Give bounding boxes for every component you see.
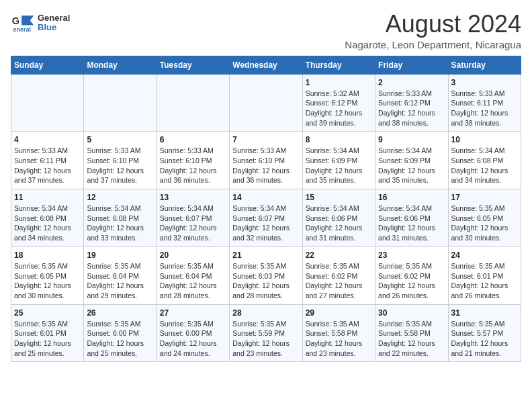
day-number: 12 <box>87 193 153 202</box>
day-info: Sunrise: 5:35 AMSunset: 6:05 PMDaylight:… <box>14 261 81 301</box>
svg-text:G: G <box>12 15 19 26</box>
calendar-cell: 26Sunrise: 5:35 AMSunset: 6:00 PMDayligh… <box>84 304 157 362</box>
weekday-header-tuesday: Tuesday <box>157 56 229 74</box>
calendar-cell: 12Sunrise: 5:34 AMSunset: 6:08 PMDayligh… <box>84 189 157 247</box>
day-number: 21 <box>232 250 299 260</box>
day-info: Sunrise: 5:33 AMSunset: 6:12 PMDaylight:… <box>378 89 445 128</box>
day-info: Sunrise: 5:35 AMSunset: 6:03 PMDaylight:… <box>232 261 299 301</box>
calendar-cell: 3Sunrise: 5:33 AMSunset: 6:11 PMDaylight… <box>448 74 521 132</box>
day-number: 17 <box>451 193 518 202</box>
calendar-cell: 21Sunrise: 5:35 AMSunset: 6:03 PMDayligh… <box>230 246 302 304</box>
calendar-cell <box>84 74 157 132</box>
day-info: Sunrise: 5:33 AMSunset: 6:10 PMDaylight:… <box>87 146 153 185</box>
calendar-cell: 30Sunrise: 5:35 AMSunset: 5:58 PMDayligh… <box>375 304 448 362</box>
day-number: 20 <box>160 250 226 260</box>
day-info: Sunrise: 5:34 AMSunset: 6:06 PMDaylight:… <box>306 203 372 243</box>
calendar-body: 1Sunrise: 5:32 AMSunset: 6:12 PMDaylight… <box>11 74 521 362</box>
day-info: Sunrise: 5:33 AMSunset: 6:10 PMDaylight:… <box>232 146 299 185</box>
weekday-header-friday: Friday <box>375 56 448 74</box>
day-info: Sunrise: 5:35 AMSunset: 6:00 PMDaylight:… <box>160 319 226 359</box>
day-number: 5 <box>87 135 153 144</box>
day-number: 22 <box>306 250 372 260</box>
day-number: 25 <box>14 308 81 318</box>
day-number: 14 <box>232 193 299 202</box>
day-number: 31 <box>451 308 518 318</box>
weekday-header-sunday: Sunday <box>11 56 84 74</box>
day-number: 9 <box>378 135 445 144</box>
day-info: Sunrise: 5:34 AMSunset: 6:09 PMDaylight:… <box>306 146 372 185</box>
day-number: 18 <box>14 250 81 260</box>
day-info: Sunrise: 5:34 AMSunset: 6:08 PMDaylight:… <box>14 203 81 243</box>
calendar-cell: 23Sunrise: 5:35 AMSunset: 6:02 PMDayligh… <box>375 246 448 304</box>
day-number: 23 <box>378 250 445 260</box>
day-info: Sunrise: 5:34 AMSunset: 6:06 PMDaylight:… <box>378 203 445 243</box>
calendar-cell: 28Sunrise: 5:35 AMSunset: 5:59 PMDayligh… <box>230 304 302 362</box>
calendar-cell: 5Sunrise: 5:33 AMSunset: 6:10 PMDaylight… <box>84 132 157 189</box>
calendar-cell <box>157 74 229 132</box>
page-title: August 2024 <box>345 11 521 38</box>
day-info: Sunrise: 5:35 AMSunset: 6:01 PMDaylight:… <box>14 319 81 359</box>
day-number: 24 <box>451 250 518 260</box>
day-info: Sunrise: 5:35 AMSunset: 5:57 PMDaylight:… <box>451 319 518 359</box>
day-number: 4 <box>14 135 81 144</box>
day-info: Sunrise: 5:35 AMSunset: 5:58 PMDaylight:… <box>378 319 445 359</box>
calendar-cell: 27Sunrise: 5:35 AMSunset: 6:00 PMDayligh… <box>157 304 229 362</box>
calendar-week-row: 18Sunrise: 5:35 AMSunset: 6:05 PMDayligh… <box>11 246 521 304</box>
day-number: 2 <box>378 78 445 87</box>
calendar-cell: 17Sunrise: 5:35 AMSunset: 6:05 PMDayligh… <box>448 189 521 247</box>
calendar-cell: 20Sunrise: 5:35 AMSunset: 6:04 PMDayligh… <box>157 246 229 304</box>
day-info: Sunrise: 5:33 AMSunset: 6:11 PMDaylight:… <box>451 89 518 128</box>
calendar-cell: 6Sunrise: 5:33 AMSunset: 6:10 PMDaylight… <box>157 132 229 189</box>
day-number: 19 <box>87 250 153 260</box>
day-number: 7 <box>232 135 299 144</box>
day-number: 13 <box>160 193 226 202</box>
calendar-cell: 16Sunrise: 5:34 AMSunset: 6:06 PMDayligh… <box>375 189 448 247</box>
day-info: Sunrise: 5:35 AMSunset: 6:01 PMDaylight:… <box>451 261 518 301</box>
day-info: Sunrise: 5:35 AMSunset: 6:02 PMDaylight:… <box>378 261 445 301</box>
calendar-cell: 10Sunrise: 5:34 AMSunset: 6:08 PMDayligh… <box>448 132 521 189</box>
page-header: G eneral General Blue August 2024 Nagaro… <box>11 11 521 50</box>
calendar-cell: 15Sunrise: 5:34 AMSunset: 6:06 PMDayligh… <box>302 189 375 247</box>
day-number: 3 <box>451 78 518 87</box>
calendar-cell: 13Sunrise: 5:34 AMSunset: 6:07 PMDayligh… <box>157 189 229 247</box>
calendar-cell: 31Sunrise: 5:35 AMSunset: 5:57 PMDayligh… <box>448 304 521 362</box>
calendar-cell: 25Sunrise: 5:35 AMSunset: 6:01 PMDayligh… <box>11 304 84 362</box>
weekday-header-row: SundayMondayTuesdayWednesdayThursdayFrid… <box>11 56 521 74</box>
weekday-header-wednesday: Wednesday <box>230 56 302 74</box>
day-number: 28 <box>232 308 299 318</box>
calendar-cell: 4Sunrise: 5:33 AMSunset: 6:11 PMDaylight… <box>11 132 84 189</box>
calendar-cell <box>230 74 302 132</box>
calendar-cell: 14Sunrise: 5:34 AMSunset: 6:07 PMDayligh… <box>230 189 302 247</box>
calendar-cell: 18Sunrise: 5:35 AMSunset: 6:05 PMDayligh… <box>11 246 84 304</box>
calendar-cell: 1Sunrise: 5:32 AMSunset: 6:12 PMDaylight… <box>302 74 375 132</box>
day-info: Sunrise: 5:35 AMSunset: 6:00 PMDaylight:… <box>87 319 153 359</box>
day-info: Sunrise: 5:32 AMSunset: 6:12 PMDaylight:… <box>306 89 372 128</box>
day-number: 8 <box>306 135 372 144</box>
calendar-cell: 19Sunrise: 5:35 AMSunset: 6:04 PMDayligh… <box>84 246 157 304</box>
day-number: 6 <box>160 135 226 144</box>
calendar-cell: 7Sunrise: 5:33 AMSunset: 6:10 PMDaylight… <box>230 132 302 189</box>
calendar-cell: 2Sunrise: 5:33 AMSunset: 6:12 PMDaylight… <box>375 74 448 132</box>
calendar-week-row: 4Sunrise: 5:33 AMSunset: 6:11 PMDaylight… <box>11 132 521 189</box>
day-info: Sunrise: 5:35 AMSunset: 6:04 PMDaylight:… <box>160 261 226 301</box>
day-number: 11 <box>14 193 81 202</box>
day-info: Sunrise: 5:34 AMSunset: 6:08 PMDaylight:… <box>87 203 153 243</box>
day-info: Sunrise: 5:34 AMSunset: 6:07 PMDaylight:… <box>160 203 226 243</box>
day-number: 29 <box>306 308 372 318</box>
calendar-cell: 24Sunrise: 5:35 AMSunset: 6:01 PMDayligh… <box>448 246 521 304</box>
day-number: 30 <box>378 308 445 318</box>
day-info: Sunrise: 5:34 AMSunset: 6:07 PMDaylight:… <box>232 203 299 243</box>
day-number: 26 <box>87 308 153 318</box>
page-subtitle: Nagarote, Leon Department, Nicaragua <box>345 39 521 50</box>
weekday-header-thursday: Thursday <box>302 56 375 74</box>
day-info: Sunrise: 5:34 AMSunset: 6:09 PMDaylight:… <box>378 146 445 185</box>
calendar-week-row: 25Sunrise: 5:35 AMSunset: 6:01 PMDayligh… <box>11 304 521 362</box>
day-info: Sunrise: 5:34 AMSunset: 6:08 PMDaylight:… <box>451 146 518 185</box>
calendar-cell: 29Sunrise: 5:35 AMSunset: 5:58 PMDayligh… <box>302 304 375 362</box>
day-number: 16 <box>378 193 445 202</box>
day-number: 15 <box>306 193 372 202</box>
logo-text: General Blue <box>38 13 70 33</box>
calendar-table: SundayMondayTuesdayWednesdayThursdayFrid… <box>11 56 521 363</box>
day-number: 1 <box>306 78 372 87</box>
calendar-cell: 11Sunrise: 5:34 AMSunset: 6:08 PMDayligh… <box>11 189 84 247</box>
